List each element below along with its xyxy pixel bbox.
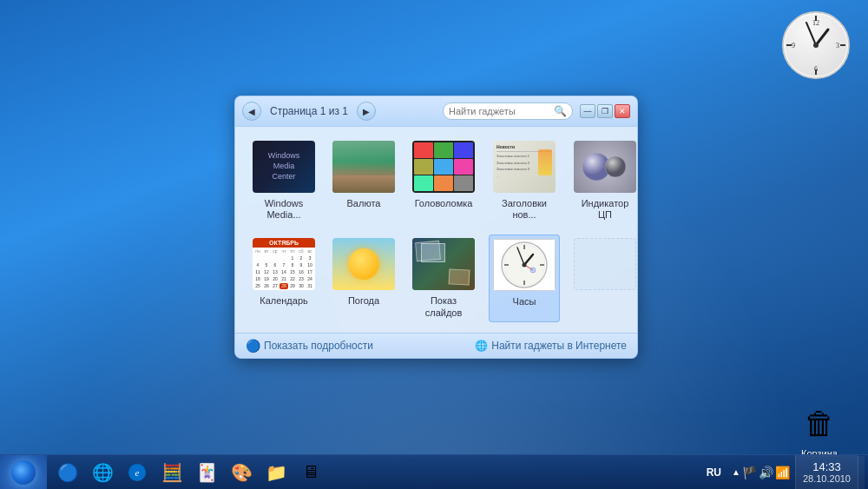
show-details-label: Показать подробности	[264, 340, 373, 352]
gadget-thumb-empty	[574, 238, 636, 290]
gadget-label-media: Windows Media...	[253, 198, 315, 221]
calendar-body: пн вт ср чт пт сб вс 123 4567 8910 11121…	[253, 248, 315, 290]
gadget-label-headlines: Заголовки нов...	[492, 198, 556, 221]
gadget-window: ◀ Страница 1 из 1 ▶ 🔍 — ❐ ✕ WindowsMedia…	[234, 96, 638, 359]
search-button[interactable]: 🔍	[554, 105, 567, 117]
tray-flag-icon: 🏴	[742, 466, 757, 479]
gadget-label-calendar: Календарь	[260, 295, 308, 307]
title-nav: ◀ Страница 1 из 1 ▶	[242, 102, 443, 121]
calendar-thumbnail: ОКТЯБРЬ пн вт ср чт пт сб вс 123 4567 89…	[253, 238, 315, 290]
gadget-label-currency: Валюта	[347, 198, 381, 209]
gadget-thumb-cpu	[574, 141, 636, 193]
svg-text:3: 3	[836, 42, 839, 50]
gadget-empty	[570, 235, 638, 321]
gadget-windows-media[interactable]: WindowsMediaCenter Windows Media...	[249, 137, 319, 224]
taskbar-icons: 🔵 🌐 e 🧮 🃏 🎨 📁 🖥	[47, 455, 332, 489]
svg-point-12	[813, 43, 819, 48]
gadget-label-slideshow: Показ слайдов	[412, 295, 475, 318]
gadget-calendar[interactable]: ОКТЯБРЬ пн вт ср чт пт сб вс 123 4567 89…	[249, 235, 319, 321]
calendar-month-header: ОКТЯБРЬ	[253, 238, 315, 248]
recycle-bin-icon: 🗑	[799, 403, 840, 445]
tray-network-icon[interactable]: 📶	[775, 466, 790, 479]
gadget-label-puzzle: Головоломка	[415, 198, 473, 209]
slideshow-thumbnail	[412, 238, 475, 290]
taskbar: 🔵 🌐 e 🧮 🃏 🎨 📁 🖥 RU ▲ 🏴 🔊 📶 14:33 28.10.2…	[0, 454, 868, 489]
gadget-thumb-headlines: Новости Заголовок новости 1 Заголовок но…	[493, 141, 556, 193]
gadget-thumb-puzzle	[412, 141, 475, 193]
taskbar-icon-6[interactable]: 📁	[259, 456, 293, 489]
currency-thumbnail	[332, 141, 395, 193]
tray-language[interactable]: RU	[701, 466, 727, 479]
clock-thumbnail	[493, 239, 556, 291]
system-clock[interactable]: 14:33 28.10.2010	[795, 455, 858, 489]
cpu-thumbnail	[574, 141, 636, 193]
online-gadgets-label: Найти гаджеты в Интернете	[491, 340, 627, 352]
page-indicator: Страница 1 из 1	[265, 105, 353, 117]
taskbar-icon-3[interactable]: 🧮	[155, 456, 189, 489]
gadget-clock[interactable]: Часы	[489, 235, 560, 321]
show-details-icon: 🔵	[246, 339, 260, 353]
gadget-puzzle[interactable]: Головоломка	[409, 137, 478, 224]
window-footer: 🔵 Показать подробности 🌐 Найти гаджеты в…	[235, 333, 637, 358]
taskbar-right: RU ▲ 🏴 🔊 📶 14:33 28.10.2010	[701, 455, 868, 489]
media-thumbnail: WindowsMediaCenter	[253, 141, 315, 193]
minimize-button[interactable]: —	[580, 104, 595, 118]
taskbar-icon-5[interactable]: 🎨	[224, 456, 259, 489]
gadget-thumb-media: WindowsMediaCenter	[253, 141, 315, 193]
gadget-cpu[interactable]: Индикатор ЦП	[570, 137, 638, 224]
gadget-grid: WindowsMediaCenter Windows Media... Валю…	[235, 127, 637, 333]
next-page-button[interactable]: ▶	[357, 102, 376, 121]
tray-icons: ▲ 🏴 🔊 📶	[727, 466, 795, 479]
prev-page-button[interactable]: ◀	[242, 102, 261, 121]
clock-time: 14:33	[812, 460, 841, 473]
gadget-headlines[interactable]: Новости Заголовок новости 1 Заголовок но…	[489, 137, 560, 224]
svg-point-14	[605, 156, 626, 177]
taskbar-icon-0[interactable]: 🔵	[50, 456, 85, 489]
taskbar-icon-1[interactable]: 🌐	[85, 456, 120, 489]
svg-text:12: 12	[812, 19, 819, 27]
headlines-thumbnail: Новости Заголовок новости 1 Заголовок но…	[493, 141, 556, 193]
svg-text:e: e	[135, 467, 140, 478]
taskbar-icon-2[interactable]: e	[120, 456, 155, 489]
gadget-weather[interactable]: Погода	[329, 235, 398, 321]
analog-clock-svg: 12 3 6 9	[781, 10, 851, 80]
svg-point-25	[530, 268, 536, 273]
clock-date: 28.10.2010	[803, 473, 851, 484]
svg-text:6: 6	[814, 65, 818, 73]
gadget-thumb-clock	[493, 239, 556, 291]
show-desktop-button[interactable]	[858, 456, 865, 489]
gadget-currency[interactable]: Валюта	[329, 137, 398, 224]
desktop-icon-recycle[interactable]: 🗑 Корзина	[816, 400, 823, 462]
taskbar-icon-7[interactable]: 🖥	[293, 456, 328, 489]
gadget-thumb-slideshow	[412, 238, 475, 290]
svg-point-24	[523, 263, 527, 268]
gadget-label-cpu: Индикатор ЦП	[574, 198, 636, 221]
start-button[interactable]	[0, 455, 47, 490]
gadget-thumb-currency	[332, 141, 395, 193]
show-details-button[interactable]: 🔵 Показать подробности	[246, 339, 373, 353]
gadget-label-weather: Погода	[348, 295, 379, 307]
tray-arrow-icon[interactable]: ▲	[732, 467, 740, 477]
taskbar-icon-4[interactable]: 🃏	[189, 456, 224, 489]
restore-button[interactable]: ❐	[597, 104, 613, 118]
clock-thumb-svg	[500, 241, 549, 289]
weather-thumbnail	[332, 238, 395, 290]
window-controls: — ❐ ✕	[580, 104, 630, 118]
gadget-thumb-weather	[332, 238, 395, 290]
close-button[interactable]: ✕	[615, 104, 630, 118]
online-gadgets-button[interactable]: 🌐 Найти гаджеты в Интернете	[475, 340, 627, 352]
gadget-thumb-calendar: ОКТЯБРЬ пн вт ср чт пт сб вс 123 4567 89…	[253, 238, 315, 290]
search-box[interactable]: 🔍	[443, 102, 573, 120]
ie-icon: e	[128, 463, 147, 482]
svg-text:9: 9	[792, 42, 795, 50]
gadget-slideshow[interactable]: Показ слайдов	[409, 235, 478, 321]
online-icon: 🌐	[475, 340, 488, 352]
window-title-bar: ◀ Страница 1 из 1 ▶ 🔍 — ❐ ✕	[235, 96, 637, 127]
tray-volume-icon[interactable]: 🔊	[759, 466, 773, 479]
gadget-label-clock: Часы	[513, 296, 536, 307]
analog-clock-widget: 12 3 6 9	[781, 10, 851, 80]
search-input[interactable]	[449, 106, 554, 116]
puzzle-thumbnail	[412, 141, 475, 193]
